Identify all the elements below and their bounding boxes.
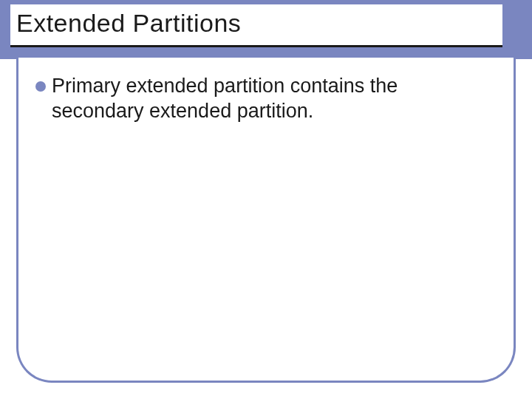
body-area: Primary extended partition contains the …: [35, 74, 488, 124]
bullet-text: Primary extended partition contains the …: [52, 74, 488, 124]
bullet-dot-icon: [35, 81, 46, 92]
slide-title: Extended Partitions: [16, 9, 497, 38]
slide: Extended Partitions Primary extended par…: [0, 0, 532, 399]
bullet-item: Primary extended partition contains the …: [35, 74, 488, 124]
title-box: Extended Partitions: [10, 4, 502, 47]
